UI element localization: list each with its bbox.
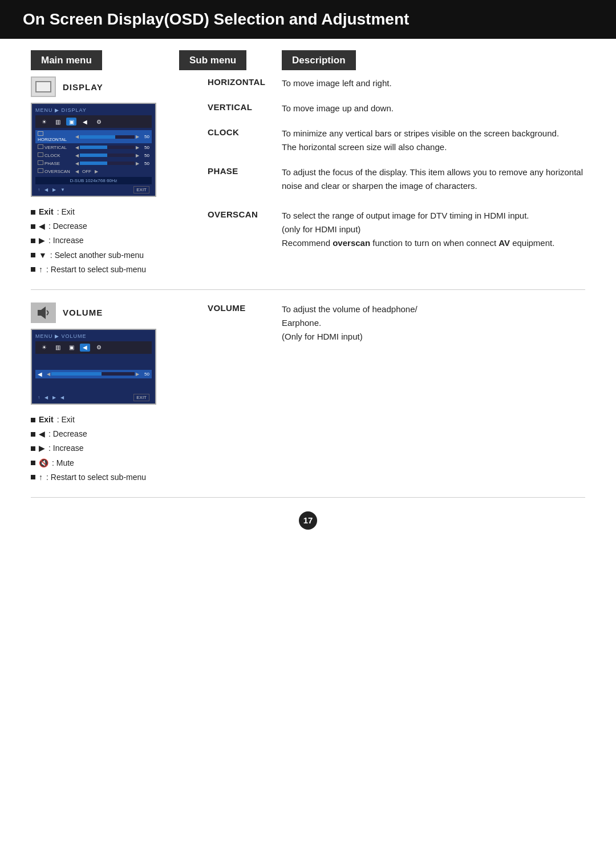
osd-row-horizontal: HORIZONTAL ◀ ▶ 50 (35, 130, 152, 143)
volume-section: VOLUME MENU ▶ VOLUME ☀ ▥ ▣ ◀ ⚙ ◀ (31, 302, 585, 485)
osd-bar-fill-c (80, 154, 135, 157)
vol-bullet-mute: 🔇 : Mute (31, 456, 202, 470)
bullet-exit-label: Exit (39, 205, 54, 219)
osd-val-h: 50 (141, 134, 149, 139)
menu-row-volume: VOLUME To adjust the volume of headphone… (208, 302, 585, 344)
bullet-icon3 (31, 239, 35, 243)
svg-marker-0 (38, 306, 46, 319)
display-bullet-list: Exit : Exit ◀ : Decrease ▶ : Increase ▼ (31, 205, 202, 277)
display-left-col: DISPLAY MENU ▶ DISPLAY ☀ ▥ ▣ ◀ ⚙ HORIZON… (31, 76, 208, 277)
osd-v-icon-d: ▣ (66, 344, 76, 352)
sub-vertical: VERTICAL (208, 102, 282, 112)
page-number-area: 17 (31, 511, 585, 530)
osd-icon-sound: ◀ (80, 118, 90, 126)
desc-horizontal: To move image left and right. (282, 76, 585, 90)
vol-inc-icon: ▶ (39, 441, 45, 455)
bullet-icon (31, 210, 35, 215)
osd-row-phase: PHASE ◀ ▶ 50 (35, 159, 152, 167)
bullet-select: ▼ : Select another sub-menu (31, 248, 202, 263)
osd-volume-row: ◀ ◀ ▶ 50 (35, 370, 152, 378)
osd-row-vertical: VERTICAL ◀ ▶ 50 (35, 143, 152, 151)
osd-vol-exit: EXIT (133, 394, 149, 401)
display-section: DISPLAY MENU ▶ DISPLAY ☀ ▥ ▣ ◀ ⚙ HORIZON… (31, 76, 585, 277)
vol-dec-text: : Decrease (48, 427, 87, 441)
osd-icon-settings: ⚙ (94, 118, 104, 126)
osd-icon-sun: ☀ (39, 118, 49, 126)
page-number: 17 (299, 511, 317, 530)
osd-v-icon-b: ▥ (52, 344, 63, 352)
osd-volume-title: MENU ▶ VOLUME (35, 333, 152, 339)
vol-bullet-restart: ↑ : Restart to select sub-menu (31, 470, 202, 485)
osd-bottom-bar: ↑ ◀ ▶ ▼ EXIT (35, 184, 152, 193)
vol-exit-text: : Exit (57, 413, 75, 427)
osd-volume-icon-row: ☀ ▥ ▣ ◀ ⚙ (35, 341, 152, 354)
sub-horizontal: HORIZONTAL (208, 76, 282, 87)
osd-val-c: 50 (141, 153, 149, 158)
display-icon (31, 76, 56, 97)
vol-bullet-increase: ▶ : Increase (31, 441, 202, 455)
desc-clock: To minimize any vertical bars or stripes… (282, 127, 585, 154)
bullet-inc-icon: ▶ (39, 233, 45, 248)
bullet-exit-text: : Exit (57, 205, 75, 219)
display-icon-inner (35, 81, 51, 92)
osd-volume-empty-bot (35, 378, 152, 392)
bullet-decrease: ◀ : Decrease (31, 219, 202, 233)
osd-arrow-left2: ◀ (75, 145, 79, 150)
osd-icon-brightness: ▥ (52, 118, 63, 126)
vol-bullet-icon (31, 418, 35, 422)
osd-vol-fill (51, 372, 135, 376)
osd-volume-bottom: ↑ ◀ ▶ ◀ EXIT (35, 392, 152, 401)
vol-bullet-exit: Exit : Exit (31, 413, 202, 427)
vol-res-icon: ↑ (39, 470, 43, 485)
desc-volume: To adjust the volume of headphone/Earpho… (282, 302, 585, 344)
desc-overscan: To select the range of output image for … (282, 209, 585, 250)
volume-icon (31, 302, 56, 323)
osd-status: D-SUB 1024x768 60Hz (35, 177, 152, 184)
osd-row-overscan: OVERSCAN ◀ OFF ▶ (35, 167, 152, 175)
osd-vol-val: 50 (141, 372, 149, 377)
display-label-row: DISPLAY (31, 76, 202, 97)
sub-clock: CLOCK (208, 127, 282, 137)
bullet-restart: ↑ : Restart to select sub-menu (31, 263, 202, 277)
menu-row-clock: CLOCK To minimize any vertical bars or s… (208, 127, 585, 154)
col-desc-label: Description (282, 50, 356, 70)
osd-btn-right: ▶ (52, 187, 56, 192)
vol-mute-icon: 🔇 (39, 456, 48, 470)
osd-volume-screen: MENU ▶ VOLUME ☀ ▥ ▣ ◀ ⚙ ◀ ◀ (31, 329, 156, 405)
osd-arrow-left3: ◀ (75, 153, 79, 158)
volume-right-col: VOLUME To adjust the volume of headphone… (208, 302, 585, 353)
bold-overscan: overscan (333, 238, 370, 248)
osd-volume-empty-top (35, 356, 152, 370)
osd-vol-btn-right: ▶ (52, 395, 56, 400)
osd-bar-phase: ◀ ▶ (75, 161, 139, 166)
display-label: DISPLAY (63, 82, 103, 92)
osd-v-icon-s: ⚙ (94, 344, 104, 352)
volume-bullet-list: Exit : Exit ◀ : Decrease ▶ : Increase 🔇 (31, 413, 202, 485)
osd-title: MENU ▶ DISPLAY (35, 107, 152, 113)
sub-overscan: OVERSCAN (208, 209, 282, 219)
col-desc-header: Description (282, 55, 585, 66)
vol-bullet-icon4 (31, 461, 35, 465)
osd-vol-btn-mute: ◀ (60, 395, 64, 400)
osd-arrow-right3: ▶ (136, 153, 139, 158)
osd-val-v: 50 (141, 145, 149, 150)
desc-vertical: To move image up and down. (282, 102, 585, 115)
osd-vol-left: ◀ (47, 372, 50, 377)
osd-arrow-left5: ◀ (75, 169, 79, 174)
osd-exit: EXIT (133, 186, 149, 193)
osd-arrow-left4: ◀ (75, 161, 79, 166)
osd-arrow-right5: ▶ (95, 169, 98, 174)
osd-label-horizontal: HORIZONTAL (38, 131, 73, 142)
osd-bar-fill-p (80, 162, 135, 165)
bullet-res-text: : Restart to select sub-menu (46, 263, 146, 277)
bottom-divider (31, 497, 585, 498)
osd-arrow-right4: ▶ (136, 161, 139, 166)
osd-icon-row: ☀ ▥ ▣ ◀ ⚙ (35, 115, 152, 128)
col-main-header: Main menu (31, 55, 179, 66)
vol-bullet-icon3 (31, 446, 35, 451)
bold-av: AV (499, 238, 510, 248)
osd-arrow-right2: ▶ (136, 145, 139, 150)
vol-mute-text: : Mute (52, 456, 74, 470)
desc-phase: To adjust the focus of the display. This… (282, 166, 585, 193)
col-sub-label: Sub menu (179, 50, 246, 70)
